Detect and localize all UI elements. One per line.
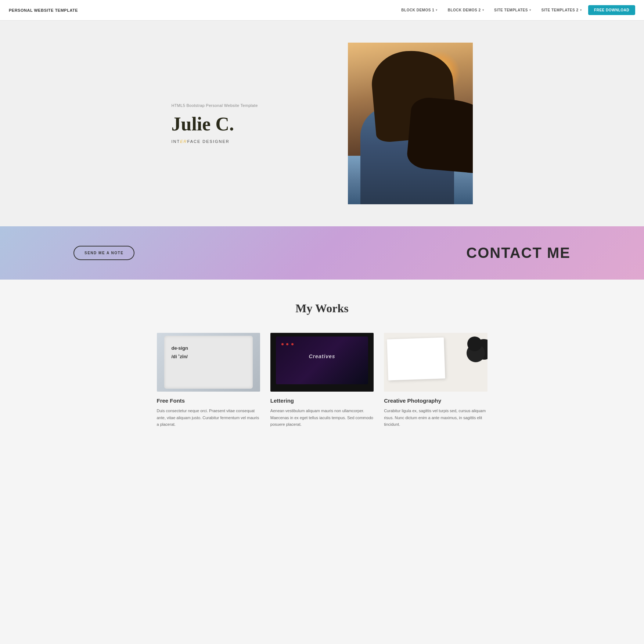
red-dot-1	[281, 343, 284, 345]
work-card-3: Creative Photography Curabitur ligula ex…	[384, 333, 487, 428]
hero-image	[348, 43, 473, 204]
work-desc-2: Aenean vestibulum aliquam mauris non ull…	[270, 407, 374, 428]
role-suffix: FACE DESIGNER	[187, 139, 230, 144]
red-dots-decoration	[281, 340, 295, 347]
work-title-2: Lettering	[270, 397, 374, 404]
hero-subtitle: HTML5 Bootstrap Personal Website Templat…	[172, 103, 326, 108]
contact-banner: SEND ME A NOTE CONTACT ME	[0, 226, 644, 280]
work-card-1: Free Fonts Duis consectetur neque orci. …	[157, 333, 260, 428]
dropdown-caret-2: ▾	[482, 8, 484, 12]
work-image-2	[270, 333, 374, 392]
works-grid: Free Fonts Duis consectetur neque orci. …	[157, 333, 488, 428]
figure-hair	[369, 47, 457, 143]
site-brand: PERSONAL WEBSITE TEMPLATE	[9, 8, 78, 12]
free-download-button[interactable]: FREE DOWNLOAD	[588, 5, 635, 15]
hero-photo	[348, 43, 473, 204]
work-image-3	[384, 333, 487, 392]
nav-site-templates[interactable]: SITE TEMPLATES ▾	[490, 6, 535, 14]
red-dot-3	[291, 343, 294, 345]
nav-block-demos-2[interactable]: BLOCK DEMOS 2 ▾	[444, 6, 488, 14]
hero-role: INTERFACE DESIGNER	[172, 139, 326, 144]
role-highlight: ER	[180, 139, 187, 144]
dropdown-caret-4: ▾	[580, 8, 582, 12]
contact-title: CONTACT ME	[466, 245, 571, 261]
send-note-button[interactable]: SEND ME A NOTE	[73, 246, 134, 260]
nav-block-demos-1[interactable]: BLOCK DEMOS 1 ▾	[397, 6, 441, 14]
work-desc-3: Curabitur ligula ex, sagittis vel turpis…	[384, 407, 487, 428]
navbar: PERSONAL WEBSITE TEMPLATE BLOCK DEMOS 1 …	[0, 0, 644, 21]
works-section: My Works Free Fonts Duis consectetur neq…	[0, 280, 644, 457]
work-card-2: Lettering Aenean vestibulum aliquam maur…	[270, 333, 374, 428]
dropdown-caret-3: ▾	[529, 8, 531, 12]
role-prefix: INT	[172, 139, 180, 144]
nav-site-templates-2[interactable]: SITE TEMPLATES 2 ▾	[537, 6, 585, 14]
red-dot-2	[286, 343, 288, 345]
nav-links: BLOCK DEMOS 1 ▾ BLOCK DEMOS 2 ▾ SITE TEM…	[397, 5, 635, 15]
hero-section: HTML5 Bootstrap Personal Website Templat…	[0, 21, 644, 226]
work-title-1: Free Fonts	[157, 397, 260, 404]
work-image-1	[157, 333, 260, 392]
dropdown-caret-1: ▾	[436, 8, 438, 12]
work-title-3: Creative Photography	[384, 397, 487, 404]
works-section-title: My Works	[22, 302, 622, 315]
work-desc-1: Duis consectetur neque orci. Praesent vi…	[157, 407, 260, 428]
hero-name: Julie C.	[172, 114, 326, 134]
hero-text: HTML5 Bootstrap Personal Website Templat…	[172, 103, 326, 143]
